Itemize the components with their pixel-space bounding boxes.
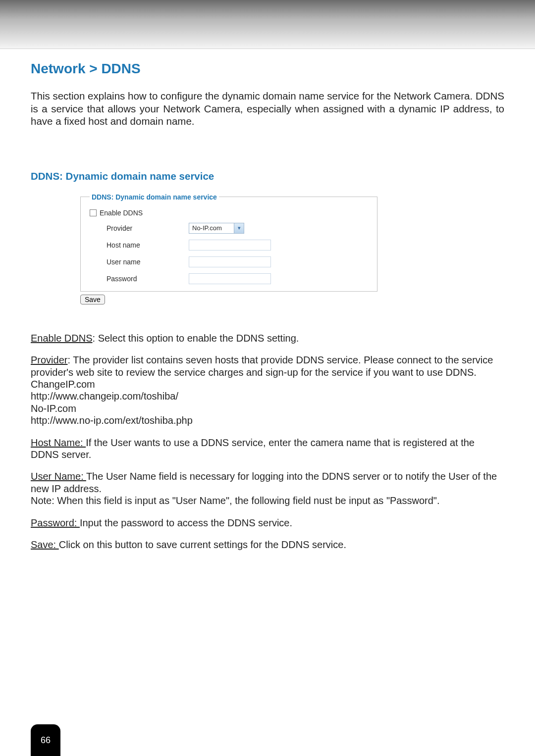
term-save: Save:: [31, 539, 59, 550]
intro-paragraph: This section explains how to configure t…: [31, 90, 504, 128]
term-enable-ddns: Enable DDNS: [31, 333, 93, 344]
provider-select-value: No-IP.com: [189, 224, 234, 232]
doc-password: Password: Input the password to access t…: [31, 517, 504, 529]
section-subheading: DDNS: Dynamic domain name service: [31, 170, 504, 182]
password-label: Password: [90, 275, 189, 283]
doc-noip-url: http://www.no-ip.com/ext/toshiba.php: [31, 414, 504, 426]
doc-changeip-url: http://www.changeip.com/toshiba/: [31, 390, 504, 402]
text-provider: : The provider list contains seven hosts…: [31, 354, 493, 377]
enable-ddns-checkbox[interactable]: [90, 209, 97, 216]
text-username: The User Name field is necessary for log…: [31, 471, 497, 494]
doc-noip-name: No-IP.com: [31, 403, 504, 414]
hostname-input[interactable]: [189, 240, 271, 251]
header-gradient: [0, 0, 535, 49]
doc-changeip-name: ChangeIP.com: [31, 378, 504, 390]
provider-select[interactable]: No-IP.com ▾: [189, 223, 244, 234]
save-button[interactable]: Save: [80, 295, 105, 304]
username-input[interactable]: [189, 256, 271, 267]
term-hostname: Host Name:: [31, 437, 86, 448]
doc-username-note: Note: When this field is input as "User …: [31, 495, 504, 506]
doc-enable-ddns: Enable DDNS: Select this option to enabl…: [31, 332, 504, 344]
doc-hostname: Host Name: If the User wants to use a DD…: [31, 437, 504, 461]
hostname-label: Host name: [90, 241, 189, 249]
term-username: User Name:: [31, 471, 86, 482]
breadcrumb: Network > DDNS: [31, 61, 504, 77]
enable-ddns-label: Enable DDNS: [100, 209, 143, 217]
text-password: Input the password to access the DDNS se…: [80, 517, 292, 528]
password-input[interactable]: [189, 273, 271, 284]
text-hostname: If the User wants to use a DDNS service,…: [31, 437, 475, 460]
username-label: User name: [90, 258, 189, 266]
term-provider: Provider: [31, 354, 67, 365]
page-number-tab: 66: [31, 724, 60, 756]
ddns-panel: DDNS: Dynamic domain name service Enable…: [80, 193, 377, 304]
ddns-fieldset: DDNS: Dynamic domain name service Enable…: [80, 193, 377, 292]
doc-username: User Name: The User Name field is necess…: [31, 470, 504, 495]
text-save: Click on this button to save current set…: [59, 539, 346, 550]
fieldset-legend: DDNS: Dynamic domain name service: [90, 193, 219, 201]
term-password: Password:: [31, 517, 80, 528]
provider-label: Provider: [90, 224, 189, 232]
page-number: 66: [41, 735, 51, 746]
doc-provider: Provider: The provider list contains sev…: [31, 354, 504, 378]
text-enable-ddns: : Select this option to enable the DDNS …: [93, 333, 299, 344]
chevron-down-icon: ▾: [234, 223, 244, 233]
doc-save: Save: Click on this button to save curre…: [31, 539, 504, 551]
